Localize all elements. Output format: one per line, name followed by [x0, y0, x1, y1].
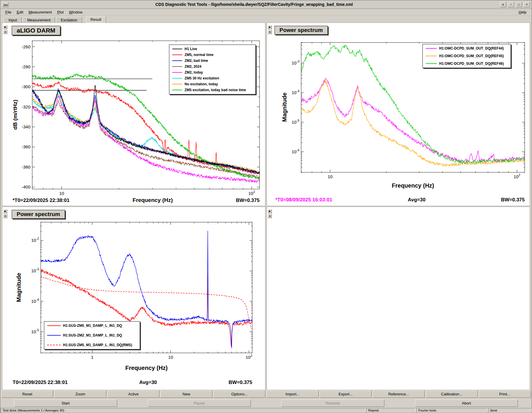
- window-title: CDS Diagnostic Test Tools - /ligo/home/s…: [10, 2, 498, 7]
- tools-status: Fourier tools: [416, 408, 487, 413]
- print-button[interactable]: Print...: [479, 390, 531, 398]
- pause-button[interactable]: Pause: [148, 400, 251, 407]
- pane-omc-spectrum: 1010210-610-510-410-3 ▶ ▲ Power spectrum…: [267, 23, 530, 206]
- calibration-button[interactable]: Calibration...: [426, 390, 478, 398]
- svg-text:10-3: 10-3: [292, 60, 299, 65]
- y-axis-label: dB (m/rtHz): [12, 41, 18, 188]
- svg-text:-260: -260: [22, 44, 30, 49]
- x-axis-label: Frequency (Hz): [133, 197, 173, 203]
- window-menu-icon[interactable]: [2, 2, 8, 7]
- title-bar[interactable]: CDS Diagnostic Test Tools - /ligo/home/s…: [0, 0, 532, 9]
- svg-text:10-6: 10-6: [292, 148, 299, 154]
- legend-label: H1:OMC-DCPD_SUM_OUT_DQ(REF44): [439, 46, 504, 50]
- legend-line-sample: [172, 60, 182, 61]
- legend-label: ZM5 30 Hz excitation: [185, 76, 219, 80]
- bw-label: BW=0.375: [501, 197, 525, 203]
- svg-text:10: 10: [168, 355, 173, 360]
- zoom-button[interactable]: Zoom: [54, 390, 106, 398]
- legend: H1 LiveZM5, normal timeZM2, bad timeZM2,…: [169, 45, 256, 94]
- legend-label: H1:SUS-ZM5_M1_DAMP_L_IN1_DQ(RMS): [63, 343, 132, 347]
- tab-result[interactable]: Result: [86, 16, 106, 23]
- legend-entry: ZM5, normal time: [172, 53, 253, 57]
- plot-canvas-sus[interactable]: 11010210-510-410-310-2: [2, 207, 265, 390]
- legend-label: ZM5, normal time: [185, 53, 214, 57]
- import-button[interactable]: Import...: [266, 390, 318, 398]
- legend-line-sample: [172, 78, 182, 79]
- repeat-status: Repeat: [366, 408, 415, 413]
- start-button[interactable]: Start: [14, 400, 117, 407]
- legend-line-sample: [426, 63, 437, 64]
- abort-button[interactable]: Abort: [415, 400, 518, 407]
- pane-expand-up-icon[interactable]: ▲: [3, 214, 7, 218]
- legend-line-sample: [426, 48, 437, 49]
- pane-expand-right-icon[interactable]: ▶: [3, 209, 7, 213]
- legend-line-sample: [172, 49, 182, 49]
- pane-darm: 10102-400-380-360-340-320-300-280-260 ▶ …: [2, 23, 265, 206]
- svg-text:10-4: 10-4: [292, 89, 299, 95]
- svg-text:-300: -300: [22, 84, 30, 89]
- active-button[interactable]: Active: [107, 390, 159, 398]
- legend-entry: ZM2, bad time: [172, 59, 253, 63]
- dtt-window: { "window": { "title": "CDS Diagnostic T…: [0, 0, 532, 413]
- svg-text:-400: -400: [22, 184, 30, 189]
- legend-line-sample: [426, 56, 437, 56]
- legend-entry: H1:OMC-DCPD_SUM_OUT_DQ(REF45): [426, 54, 508, 58]
- menu-help[interactable]: Help: [516, 9, 529, 15]
- menu-edit[interactable]: Edit: [14, 9, 26, 15]
- plot-title: Power spectrum: [12, 210, 65, 219]
- t0-label: *T0=22/09/2025 22:38:01: [13, 198, 69, 203]
- legend-entry: H1:OMC-DCPD_SUM_OUT_DQ(REF44): [426, 46, 508, 50]
- svg-text:-340: -340: [22, 124, 30, 129]
- svg-text:10-3: 10-3: [31, 267, 39, 273]
- menu-measurement[interactable]: Measurement: [26, 9, 54, 15]
- legend-entry: No excitation, today: [172, 82, 253, 86]
- resume-button[interactable]: Resume: [281, 400, 384, 407]
- pane-expand-up-icon[interactable]: ▲: [268, 30, 272, 34]
- legend-line-sample: [172, 66, 182, 67]
- tab-excitation[interactable]: Excitation: [56, 17, 82, 23]
- legend-entry: H1:SUS-ZM5_M1_DAMP_L_IN1_DQ(RMS): [47, 343, 137, 347]
- minimize-button[interactable]: −: [508, 2, 514, 7]
- pane-expand-up-icon[interactable]: ▲: [3, 30, 7, 34]
- legend-entry: ZM5 excitation, today bad noise time: [172, 88, 253, 92]
- tab-measurement[interactable]: Measurement: [23, 17, 55, 23]
- pane-expand-right-icon[interactable]: ▶: [3, 25, 7, 29]
- svg-text:102: 102: [246, 354, 253, 360]
- status-bar: Test done (Measurements 1 / Averages 30)…: [1, 408, 531, 413]
- reset-button[interactable]: Reset: [1, 390, 53, 398]
- legend-line-sample: [172, 84, 182, 84]
- legend-entry: H1:SUS-ZM2_M1_DAMP_L_IN1_DQ: [47, 333, 137, 337]
- pane-expand-right-icon[interactable]: ▶: [268, 209, 272, 213]
- svg-text:-280: -280: [22, 64, 30, 69]
- pane-sus-spectrum: 11010210-510-410-310-2 ▶ ▲ Power spectru…: [2, 207, 265, 390]
- legend-label: ZM2, bad time: [185, 59, 208, 63]
- pane-expand-right-icon[interactable]: ▶: [268, 25, 272, 29]
- close-button[interactable]: ×: [524, 2, 530, 7]
- tab-input[interactable]: Input: [4, 17, 22, 23]
- pane-expand-up-icon[interactable]: ▲: [268, 214, 272, 218]
- legend-entry: ZM5 30 Hz excitation: [172, 76, 253, 80]
- legend-label: ZM2, today: [185, 70, 203, 74]
- legend-entry: ZM2, 2024: [172, 64, 253, 69]
- y-axis-label: Magnitude: [281, 34, 288, 181]
- legend-line-sample: [172, 55, 182, 55]
- maximize-button[interactable]: □: [516, 2, 522, 7]
- svg-text:10-5: 10-5: [31, 328, 39, 334]
- legend-line-sample: [172, 72, 182, 73]
- menu-file[interactable]: File: [3, 9, 14, 15]
- svg-text:102: 102: [248, 190, 255, 196]
- new-button[interactable]: New: [160, 390, 212, 398]
- legend-entry: ZM2, today: [172, 70, 253, 74]
- menu-plot[interactable]: Plot: [54, 9, 66, 15]
- reference-button[interactable]: Reference...: [373, 390, 425, 398]
- menu-window[interactable]: Window: [66, 9, 85, 15]
- shade-button[interactable]: ∧: [500, 2, 506, 7]
- svg-text:10-4: 10-4: [31, 298, 39, 304]
- legend-entry: H1:SUS-ZM5_M1_DAMP_L_IN1_DQ: [47, 324, 137, 328]
- legend-label: ZM5 excitation, today bad noise time: [185, 88, 246, 92]
- legend-label: H1:OMC-DCPD_SUM_OUT_DQ(REF45): [439, 54, 504, 58]
- plot-title: Power spectrum: [274, 26, 328, 35]
- export-button[interactable]: Export...: [320, 390, 372, 398]
- legend: H1:OMC-DCPD_SUM_OUT_DQ(REF44)H1:OMC-DCPD…: [422, 44, 511, 68]
- options-button[interactable]: Options...: [213, 390, 265, 398]
